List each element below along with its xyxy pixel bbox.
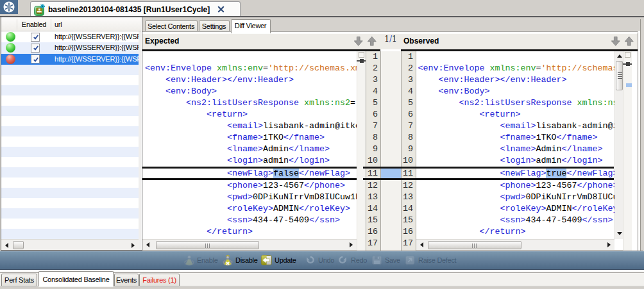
baseline-doc-icon — [33, 3, 46, 16]
observed-hscroll-thumb[interactable] — [428, 241, 521, 249]
code-segment: <ssn> — [227, 215, 253, 225]
observed-error-stripe[interactable] — [623, 51, 632, 251]
observed-stripe-square-icon[interactable] — [625, 52, 631, 58]
line-number: 11 — [403, 169, 413, 178]
table-row[interactable]: http://{{WSSERVER}}:{{WSPORT}}/itko-exam… — [1, 54, 139, 65]
line-number: 7 — [408, 120, 413, 132]
enabled-checkbox[interactable] — [31, 54, 40, 63]
code-line: <env:Body> — [418, 86, 490, 97]
table-row[interactable]: http://{{WSSERVER}}:{{WSPORT}}/itko-exam… — [1, 31, 139, 42]
table-hscroll-thumb[interactable] — [13, 241, 24, 249]
scroll-right-arrow-icon[interactable] — [128, 240, 138, 250]
code-segment: <env:Body> — [165, 87, 217, 96]
scroll-left-arrow-icon[interactable] — [417, 240, 427, 250]
code-segment: Admin — [263, 144, 289, 154]
diff-top-line-right — [363, 167, 614, 169]
code-line: </return> — [418, 226, 526, 238]
document-tab[interactable]: baseline20130104-081435 [Run1User1Cycle] — [30, 1, 241, 17]
tab-settings[interactable]: Settings — [199, 21, 230, 31]
scroll-arrow-triangle — [617, 54, 622, 58]
empty-table-stripe — [1, 198, 139, 208]
code-segment: iTKO — [263, 133, 284, 142]
toolbar-button-label: Redo — [351, 256, 367, 264]
bottom-tab-perf-stats[interactable]: Perf Stats — [1, 274, 37, 286]
column-header-enabled[interactable]: Enabled — [19, 18, 49, 31]
code-segment: = — [263, 63, 268, 73]
observed-vscroll-thumb[interactable] — [616, 61, 623, 90]
line-number: 15 — [368, 215, 378, 226]
bottom-tab-consolidated-baseline[interactable]: Consolidated Baseline — [38, 271, 114, 286]
column-header-url[interactable]: url — [55, 18, 62, 31]
code-line: <pwd>0DPiKuNIrrVmD8IUCuw1hFWb06A=</pwd> — [145, 192, 357, 203]
observed-hscrollbar[interactable] — [416, 239, 614, 250]
line-number: 6 — [373, 109, 378, 120]
url-cell[interactable]: http://{{WSSERVER}}:{{WSPORT}}/itko-exam… — [55, 54, 140, 65]
line-number: 16 — [368, 226, 378, 238]
code-segment: <return> — [479, 110, 520, 119]
code-segment: <phone> — [227, 181, 263, 190]
code-segment: </login> — [561, 156, 602, 165]
bottom-tab-failures-1-[interactable]: Failures (1) — [139, 274, 180, 286]
code-segment — [418, 192, 500, 202]
empty-table-stripe — [1, 136, 139, 147]
expected-next-diff-arrow-icon[interactable] — [354, 37, 363, 46]
expected-hscrollbar[interactable] — [142, 239, 357, 250]
code-segment — [212, 63, 217, 73]
url-cell[interactable]: http://{{WSSERVER}}:{{WSPORT}}/itko-exam… — [55, 31, 140, 42]
expected-hscroll-thumb[interactable] — [156, 241, 259, 249]
table-hscrollbar[interactable] — [1, 239, 139, 250]
code-line: <roleKey>ADMIN</roleKey> — [418, 203, 614, 215]
empty-table-stripe — [1, 126, 139, 136]
expected-prev-diff-arrow-icon[interactable] — [368, 37, 377, 46]
empty-table-stripe — [1, 208, 139, 219]
bottom-tab-events[interactable]: Events — [114, 274, 139, 286]
table-vscroll-slot — [139, 31, 141, 250]
app-logo-tile[interactable] — [0, 0, 18, 14]
code-segment: 0DPiKuNIrrVmD8IUCuw1hFWb06A= — [253, 192, 357, 202]
empty-table-stripe — [1, 65, 139, 75]
scroll-left-arrow-icon[interactable] — [2, 240, 12, 250]
scroll-right-arrow-icon[interactable] — [604, 240, 614, 250]
code-segment: </ssn> — [309, 215, 340, 225]
code-segment: <lname> — [227, 144, 263, 154]
observed-diff-marker-knob[interactable] — [626, 62, 630, 66]
line-number: 2 — [408, 63, 413, 74]
code-segment: <ns2:listUsersResponse — [459, 98, 572, 108]
table-row[interactable]: http://{{WSSERVER}}:{{WSPORT}}/itko-exam… — [1, 42, 139, 53]
enabled-checkbox[interactable] — [31, 33, 40, 42]
expected-code-pane[interactable]: <env:Envelope xmlns:env='http://schemas.… — [142, 51, 357, 239]
code-line: <ns2:listUsersResponse xmlns:ns2='http:/… — [145, 97, 357, 109]
scroll-left-arrow-icon[interactable] — [143, 240, 153, 250]
code-line: <phone>123-4567</phone> — [145, 180, 345, 192]
expected-stripe-square-icon[interactable] — [359, 52, 364, 58]
observed-prev-diff-arrow-icon[interactable] — [625, 37, 634, 46]
code-segment — [145, 215, 227, 225]
observed-next-diff-arrow-icon[interactable] — [611, 37, 620, 46]
code-segment: <roleKey> — [500, 204, 546, 213]
code-segment — [418, 144, 500, 154]
close-tab-icon[interactable] — [217, 6, 225, 13]
code-segment: <env:Body> — [439, 87, 490, 96]
code-segment: <env:Header></env:Header> — [165, 75, 294, 85]
enabled-checkbox[interactable] — [31, 44, 40, 53]
url-cell[interactable]: http://{{WSSERVER}}:{{WSPORT}}/itko-exam… — [55, 42, 140, 53]
toolbar-button-label: Raise Defect — [418, 256, 456, 264]
code-segment: </login> — [289, 156, 330, 165]
expected-error-stripe[interactable] — [357, 51, 366, 251]
expected-diff-marker-knob[interactable] — [360, 59, 364, 63]
empty-table-stripe — [1, 75, 139, 85]
update-button[interactable]: Update — [261, 254, 296, 267]
code-segment: </roleKey> — [299, 204, 350, 213]
red-ball-icon — [6, 54, 15, 64]
tab-select-contents[interactable]: Select Contents — [145, 21, 198, 31]
observed-vscrollbar[interactable] — [614, 51, 623, 239]
disable-button[interactable]: Disable — [223, 254, 258, 267]
code-segment: <newFlag> — [500, 169, 546, 178]
scroll-right-arrow-icon[interactable] — [346, 240, 356, 250]
scroll-arrow-triangle — [5, 243, 8, 248]
tab-diff-viewer[interactable]: Diff Viewer — [231, 19, 271, 33]
code-line: <env:Header></env:Header> — [145, 74, 294, 86]
observed-code-pane[interactable]: <env:Envelope xmlns:env='http://schemas.… — [416, 51, 614, 239]
column-separator[interactable] — [17, 19, 17, 29]
column-separator[interactable] — [51, 19, 51, 29]
